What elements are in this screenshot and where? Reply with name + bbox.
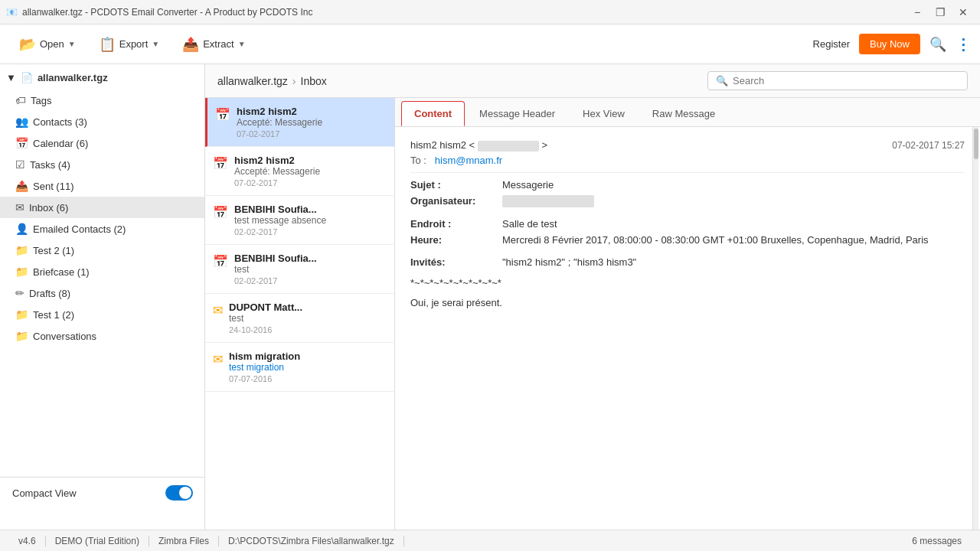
endroit-field: Endroit : Salle de test [410,218,965,230]
search-icon-button[interactable]: 🔍 [929,36,946,53]
email-icon-5: ✉ [213,303,223,318]
email-date-2: 07-02-2017 [234,178,387,187]
statusbar: v4.6 DEMO (Trial Edition) Zimbra Files D… [0,530,980,551]
sidebar-item-test1[interactable]: 📁 Test 1 (2) [0,304,204,325]
register-button[interactable]: Register [813,38,850,50]
sidebar-item-test1-label: Test 1 (2) [33,309,74,321]
from-email-placeholder [478,141,539,152]
from-close: > [541,139,547,151]
email-date-6: 07-07-2016 [229,374,387,383]
email-sender-5: DUPONT Matt... [229,302,387,313]
maximize-button[interactable]: ❐ [929,2,951,23]
from-name: hism2 hism2 < [410,139,475,151]
sidebar-item-tags[interactable]: 🏷 Tags [0,90,204,111]
compact-view-label: Compact View [12,487,77,499]
endroit-value: Salle de test [502,218,557,230]
tags-icon: 🏷 [15,94,26,106]
tab-message-header[interactable]: Message Header [466,101,568,126]
email-icon-6: ✉ [213,352,223,367]
search-icon: 🔍 [716,75,728,86]
email-item-6[interactable]: ✉ hism migration test migration 07-07-20… [205,343,394,392]
drafts-icon: ✏ [15,287,24,299]
compact-view-toggle[interactable] [165,485,193,500]
email-date-3: 02-02-2017 [234,227,387,236]
open-button[interactable]: 📂 Open ▼ [9,31,86,58]
scrollbar-thumb[interactable] [974,129,978,159]
test2-icon: 📁 [15,244,28,256]
sidebar-item-drafts-label: Drafts (8) [29,288,70,299]
sidebar-item-contacts-label: Contacts (3) [33,116,87,128]
sidebar-item-briefcase[interactable]: 📁 Briefcase (1) [0,261,204,282]
sidebar-item-conversations[interactable]: 📁 Conversations [0,325,204,347]
sidebar-item-tasks-label: Tasks (4) [30,159,70,171]
email-date-4: 02-02-2017 [234,276,387,285]
app-icon: 📧 [6,7,18,18]
email-calendar-icon-3: 📅 [213,205,228,220]
email-item-5[interactable]: ✉ DUPONT Matt... test 24-10-2016 [205,294,394,343]
heure-value: Mercredi 8 Février 2017, 08:00:00 - 08:3… [502,234,929,246]
invites-value: "hism2 hism2" ; "hism3 hism3" [502,256,636,268]
sidebar-item-calendar[interactable]: 📅 Calendar (6) [0,132,204,154]
more-options-button[interactable]: ⋮ [956,35,971,54]
extract-label: Extract [203,38,234,50]
breadcrumb-bar: allanwalker.tgz › Inbox 🔍 [205,64,980,98]
organisateur-label: Organisateur: [410,195,502,207]
email-subject-6: test migration [229,362,387,373]
message-body-text: Oui, je serai présent. [410,295,965,311]
sidebar-root-item[interactable]: ▼ 📄 allanwalker.tgz [0,64,204,90]
sujet-field: Sujet : Messagerie [410,179,965,191]
email-item-1[interactable]: 📅 hism2 hism2 Accepté: Messagerie 07-02-… [205,98,394,147]
tab-content[interactable]: Content [401,101,465,126]
buy-now-button[interactable]: Buy Now [859,34,920,54]
sidebar-item-drafts[interactable]: ✏ Drafts (8) [0,282,204,304]
sujet-value: Messagerie [502,179,554,191]
message-datetime: 07-02-2017 15:27 [892,140,965,151]
sidebar-item-inbox-label: Inbox (6) [29,202,68,214]
email-meta-1: hism2 hism2 Accepté: Messagerie 07-02-20… [237,106,387,139]
sidebar-item-conversations-label: Conversations [33,331,96,342]
titlebar: 📧 allanwalker.tgz - PCDOTS Email Convert… [0,0,980,24]
sidebar-item-tasks[interactable]: ☑ Tasks (4) [0,154,204,175]
window-controls: − ❐ ✕ [906,2,974,23]
message-body: *~*~*~*~*~*~*~*~*~* Oui, je serai présen… [410,276,965,312]
email-item-2[interactable]: 📅 hism2 hism2 Accepté: Messagerie 07-02-… [205,147,394,196]
extract-button[interactable]: 📤 Extract ▼ [172,31,255,58]
breadcrumb-separator: › [292,75,296,87]
email-subject-1: Accepté: Messagerie [237,117,387,128]
email-sender-1: hism2 hism2 [237,106,387,117]
email-sender-2: hism2 hism2 [234,155,387,166]
message-divider [410,172,965,173]
email-meta-6: hism migration test migration 07-07-2016 [229,350,387,383]
sidebar-item-tags-label: Tags [31,95,51,106]
email-sender-6: hism migration [229,350,387,362]
message-from-line: hism2 hism2 < > 07-02-2017 15:27 [410,139,965,152]
close-button[interactable]: ✕ [952,2,974,23]
breadcrumb: allanwalker.tgz › Inbox [217,75,327,87]
email-item-4[interactable]: 📅 BENBIHI Soufia... test 02-02-2017 [205,245,394,294]
test1-icon: 📁 [15,308,28,321]
sidebar-item-emailed-contacts-label: Emailed Contacts (2) [33,223,126,235]
scrollbar-track[interactable] [972,127,978,530]
email-subject-2: Accepté: Messagerie [234,166,387,177]
export-button[interactable]: 📋 Export ▼ [89,31,169,58]
email-meta-2: hism2 hism2 Accepté: Messagerie 07-02-20… [234,155,387,187]
email-item-3[interactable]: 📅 BENBIHI Soufia... test message absence… [205,196,394,245]
tab-raw-message[interactable]: Raw Message [639,101,728,126]
sidebar-item-contacts[interactable]: 👥 Contacts (3) [0,111,204,132]
sidebar-item-test2[interactable]: 📁 Test 2 (1) [0,240,204,261]
email-meta-3: BENBIHI Soufia... test message absence 0… [234,204,387,236]
email-sender-3: BENBIHI Soufia... [234,204,387,215]
email-subject-5: test [229,313,387,324]
search-input[interactable] [733,75,959,86]
status-demo: DEMO (Trial Edition) [46,536,149,546]
email-meta-4: BENBIHI Soufia... test 02-02-2017 [234,253,387,285]
sidebar-item-sent[interactable]: 📤 Sent (11) [0,175,204,197]
minimize-button[interactable]: − [906,2,928,23]
message-from: hism2 hism2 < > [410,139,547,152]
tab-hex-view[interactable]: Hex View [570,101,638,126]
compact-view-bar: Compact View [0,477,205,508]
email-sender-4: BENBIHI Soufia... [234,253,387,264]
sidebar-item-inbox[interactable]: ✉ Inbox (6) [0,197,204,218]
open-label: Open [40,38,64,50]
sidebar-item-emailed-contacts[interactable]: 👤 Emailed Contacts (2) [0,218,204,240]
